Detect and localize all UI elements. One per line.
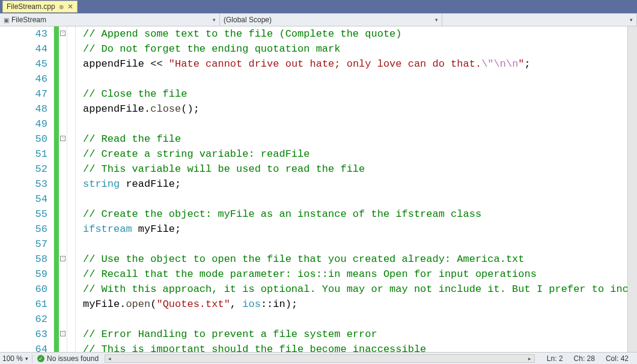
line-number: 63 xyxy=(0,327,47,342)
tab-title: FileStream.cpp xyxy=(7,2,55,11)
line-number: 51 xyxy=(0,147,47,162)
file-icon: ▣ xyxy=(4,17,9,23)
horizontal-scrollbar[interactable]: ◂ ▸ xyxy=(105,354,535,363)
line-number: 64 xyxy=(0,342,47,352)
code-line[interactable] xyxy=(83,192,627,207)
editor-area: 4344454647484950515253545556575859606162… xyxy=(0,26,637,352)
code-line[interactable]: // Error Handling to prevent a file syst… xyxy=(83,327,627,342)
line-number: 50 xyxy=(0,132,47,147)
chevron-down-icon: ▾ xyxy=(435,17,438,23)
line-number: 59 xyxy=(0,267,47,282)
indent-guide-column xyxy=(67,26,76,352)
code-line[interactable] xyxy=(83,117,627,132)
outline-column[interactable]: ---- xyxy=(59,26,67,352)
code-line[interactable]: // Create the object: myFile as an insta… xyxy=(83,207,627,222)
line-number-gutter: 4344454647484950515253545556575859606162… xyxy=(0,26,54,352)
line-number: 44 xyxy=(0,41,47,56)
code-line[interactable]: appendFile.close(); xyxy=(83,102,627,117)
line-number: 53 xyxy=(0,177,47,192)
line-number: 43 xyxy=(0,26,47,41)
line-number: 49 xyxy=(0,117,47,132)
member-dropdown[interactable]: ▾ xyxy=(442,14,637,26)
line-number: 60 xyxy=(0,282,47,297)
line-number: 54 xyxy=(0,192,47,207)
code-line[interactable] xyxy=(83,71,627,86)
line-number: 55 xyxy=(0,207,47,222)
vertical-scrollbar[interactable] xyxy=(627,26,637,352)
line-number: 58 xyxy=(0,252,47,267)
code-line[interactable] xyxy=(83,237,627,252)
chevron-down-icon: ▾ xyxy=(25,356,28,362)
status-bar: 100 % ▾ ✓ No issues found ◂ ▸ Ln: 2 Ch: … xyxy=(0,352,637,364)
close-icon[interactable]: ✕ xyxy=(67,2,73,11)
line-number: 56 xyxy=(0,222,47,237)
code-line[interactable]: // This variable will be used to read th… xyxy=(83,162,627,177)
line-number: 47 xyxy=(0,86,47,102)
ln-indicator: Ln: 2 xyxy=(547,354,563,363)
class-dropdown[interactable]: ▣ FileStream ▾ xyxy=(0,14,220,26)
scope-dropdown-label: (Global Scope) xyxy=(224,16,272,24)
line-number: 52 xyxy=(0,162,47,177)
line-number: 45 xyxy=(0,56,47,71)
code-line[interactable]: myFile.open("Quotes.txt", ios::in); xyxy=(83,297,627,312)
col-indicator: Col: 42 xyxy=(606,354,629,363)
code-editor[interactable]: // Append some text to the file (Complet… xyxy=(76,26,627,352)
code-line[interactable]: // Use the object to open the file that … xyxy=(83,252,627,267)
collapse-icon[interactable]: - xyxy=(60,256,66,261)
scroll-right-icon[interactable]: ▸ xyxy=(526,355,534,362)
scroll-left-icon[interactable]: ◂ xyxy=(105,355,114,362)
ch-indicator: Ch: 28 xyxy=(574,354,595,363)
code-line[interactable]: // Append some text to the file (Complet… xyxy=(83,26,627,41)
code-line[interactable] xyxy=(83,312,627,327)
issues-indicator[interactable]: ✓ No issues found xyxy=(37,354,99,363)
caret-position: Ln: 2 Ch: 28 Col: 42 xyxy=(541,354,635,363)
line-number: 57 xyxy=(0,237,47,252)
line-number: 46 xyxy=(0,71,47,86)
issues-label: No issues found xyxy=(47,354,99,363)
code-line[interactable]: // Close the file xyxy=(83,86,627,102)
chevron-down-icon: ▾ xyxy=(213,17,216,23)
scope-dropdown[interactable]: (Global Scope) ▾ xyxy=(220,14,442,26)
code-line[interactable]: // Read the file xyxy=(83,132,627,147)
zoom-control[interactable]: 100 % ▾ xyxy=(2,354,32,363)
nav-bar: ▣ FileStream ▾ (Global Scope) ▾ ▾ xyxy=(0,13,637,26)
zoom-label: 100 % xyxy=(2,354,23,363)
code-line[interactable]: // Recall that the mode parameter: ios::… xyxy=(83,267,627,282)
code-line[interactable]: // With this approach, it is optional. Y… xyxy=(83,282,627,297)
pin-icon[interactable]: ⊕ xyxy=(59,4,64,10)
collapse-icon[interactable]: - xyxy=(60,331,66,336)
code-line[interactable]: // Create a string variable: readFile xyxy=(83,147,627,162)
file-tab[interactable]: FileStream.cpp ⊕ ✕ xyxy=(2,1,78,13)
collapse-icon[interactable]: - xyxy=(60,31,66,36)
code-line[interactable]: // This is important should the file bec… xyxy=(83,342,627,352)
line-number: 62 xyxy=(0,312,47,327)
code-line[interactable]: appendFile << "Hate cannot drive out hat… xyxy=(83,56,627,71)
line-number: 61 xyxy=(0,297,47,312)
collapse-icon[interactable]: - xyxy=(60,136,66,141)
code-line[interactable]: ifstream myFile; xyxy=(83,222,627,237)
line-number: 48 xyxy=(0,102,47,117)
code-line[interactable]: string readFile; xyxy=(83,177,627,192)
class-dropdown-label: FileStream xyxy=(11,16,46,24)
tab-bar: FileStream.cpp ⊕ ✕ xyxy=(0,0,637,13)
chevron-down-icon: ▾ xyxy=(630,17,633,23)
check-icon: ✓ xyxy=(37,355,44,362)
code-line[interactable]: // Do not forget the ending quotation ma… xyxy=(83,41,627,56)
change-indicator-bar xyxy=(54,26,59,352)
